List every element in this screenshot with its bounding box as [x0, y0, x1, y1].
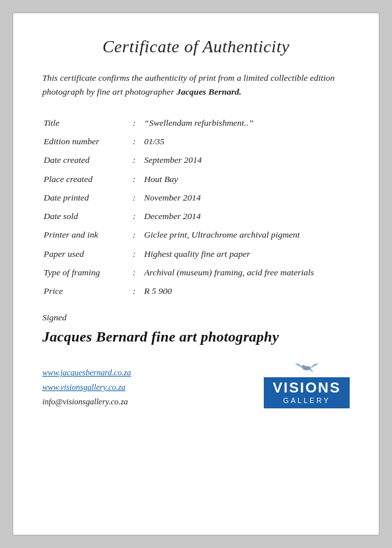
table-row: Title:“Swellendam refurbishment..”: [42, 114, 350, 132]
field-colon: :: [128, 245, 143, 263]
field-value: Highest quality fine art paper: [143, 245, 350, 263]
field-value: “Swellendam refurbishment..”: [143, 114, 350, 132]
field-label: Edition number: [42, 132, 128, 151]
field-value: Giclee print, Ultrachrome archival pigme…: [143, 226, 350, 244]
visions-word: VISIONS: [272, 380, 340, 396]
field-colon: :: [128, 151, 143, 169]
signed-label: Signed: [42, 312, 350, 323]
link-jacquesbernard[interactable]: www.jacquesbernard.co.za: [42, 366, 131, 379]
field-label: Date printed: [42, 189, 128, 207]
gallery-word: GALLERY: [283, 396, 331, 405]
field-value: November 2014: [143, 189, 350, 207]
field-colon: :: [128, 189, 143, 207]
certificate-title: Certificate of Authenticity: [42, 37, 350, 57]
certificate-fields: Title:“Swellendam refurbishment..”Editio…: [42, 114, 350, 301]
field-label: Place created: [42, 170, 128, 189]
footer-links: www.jacquesbernard.co.za www.visionsgall…: [42, 366, 131, 408]
field-label: Type of framing: [42, 263, 128, 282]
table-row: Date created:September 2014: [42, 151, 350, 169]
photographer-name: Jacques Bernard fine art photography: [42, 328, 350, 345]
field-value: December 2014: [143, 207, 350, 226]
field-colon: :: [128, 170, 143, 189]
visions-gallery-logo: VISIONS GALLERY: [264, 357, 350, 408]
table-row: Price:R 5 900: [42, 282, 350, 300]
field-value: R 5 900: [143, 282, 350, 300]
table-row: Edition number:01/35: [42, 132, 350, 151]
footer: www.jacquesbernard.co.za www.visionsgall…: [42, 357, 350, 408]
field-label: Date created: [42, 151, 128, 169]
logo-block: VISIONS GALLERY: [264, 377, 350, 408]
table-row: Date sold:December 2014: [42, 207, 350, 226]
field-label: Printer and ink: [42, 226, 128, 244]
field-value: Archival (museum) framing, acid free mat…: [143, 263, 350, 282]
table-row: Printer and ink:Giclee print, Ultrachrom…: [42, 226, 350, 244]
field-label: Date sold: [42, 207, 128, 226]
certificate: Certificate of Authenticity This certifi…: [13, 13, 379, 535]
email-address: info@visionsgallery.co.za: [42, 395, 131, 408]
field-colon: :: [128, 132, 143, 151]
table-row: Date printed:November 2014: [42, 189, 350, 207]
field-value: 01/35: [143, 132, 350, 151]
link-visionsgallery[interactable]: www.visionsgallery.co.za: [42, 381, 131, 394]
field-label: Paper used: [42, 245, 128, 263]
field-colon: :: [128, 263, 143, 282]
table-row: Place created:Hout Bay: [42, 170, 350, 189]
field-colon: :: [128, 226, 143, 244]
field-value: September 2014: [143, 151, 350, 169]
bird-icon: [294, 357, 319, 377]
table-row: Paper used:Highest quality fine art pape…: [42, 245, 350, 263]
table-row: Type of framing:Archival (museum) framin…: [42, 263, 350, 282]
field-label: Title: [42, 114, 128, 132]
field-colon: :: [128, 282, 143, 300]
field-value: Hout Bay: [143, 170, 350, 189]
field-label: Price: [42, 282, 128, 300]
svg-point-1: [301, 365, 305, 368]
signed-section: Signed Jacques Bernard fine art photogra…: [42, 312, 350, 345]
field-colon: :: [128, 207, 143, 226]
certificate-intro: This certificate confirms the authentici…: [42, 71, 350, 99]
field-colon: :: [128, 114, 143, 132]
